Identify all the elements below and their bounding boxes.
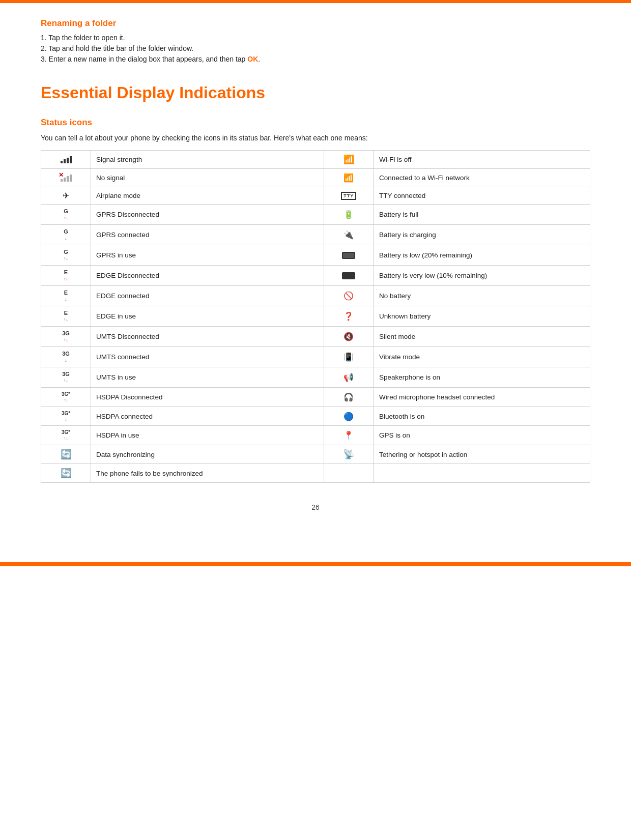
tty-icon: TTY [341,192,356,200]
label-hsdpa-connected: HSDPA connected [91,407,324,426]
label-vibrate: Vibrate mode [374,346,590,367]
table-row: 3G↑↓ UMTS in use 📢 Speakerphone is on [41,367,590,387]
table-row: 🔄 The phone fails to be synchronized [41,464,590,483]
label-no-battery: No battery [374,285,590,306]
umts-disconnected-icon: 3G↑↓ [46,330,85,343]
label-hsdpa-inuse: HSDPA in use [91,426,324,445]
renaming-title: Renaming a folder [41,18,590,28]
icon-cell-silent: 🔇 [324,326,374,346]
label-umts-disconnected: UMTS Disconnected [91,326,324,346]
table-row: 3G*↓ HSDPA connected 🔵 Bluetooth is on [41,407,590,426]
label-umts-inuse: UMTS in use [91,367,324,387]
renaming-step-3: 3. Enter a new name in the dialog box th… [41,55,590,63]
icon-cell-umts-connected: 3G↓ [41,346,91,367]
label-edge-inuse: EDGE in use [91,306,324,326]
icon-cell-edge-connected: E↓ [41,285,91,306]
gprs-connected-icon: G↓ [46,228,85,241]
label-sync-fail: The phone fails to be synchronized [91,464,324,483]
icon-cell-battery-full: 🔋 [324,205,374,225]
page-number: 26 [311,503,320,511]
umts-inuse-icon: 3G↑↓ [46,371,85,384]
label-unknown-battery: Unknown battery [374,306,590,326]
table-row: E↓ EDGE connected 🚫 No battery [41,285,590,306]
icon-cell-signal-strength [41,151,91,169]
gprs-inuse-icon: G↑↓ [46,249,85,262]
label-signal-strength: Signal strength [91,151,324,169]
hsdpa-inuse-icon: 3G*↑↓ [46,429,85,441]
speakerphone-icon: 📢 [343,373,354,382]
label-gps: GPS is on [374,426,590,445]
icon-cell-hsdpa-inuse: 3G*↑↓ [41,426,91,445]
icon-cell-bluetooth: 🔵 [324,407,374,426]
label-battery-full: Battery is full [374,205,590,225]
hsdpa-connected-icon: 3G*↓ [46,411,85,422]
icon-cell-umts-disconnected: 3G↑↓ [41,326,91,346]
table-row: ✈ Airplane mode TTY TTY connected [41,187,590,205]
wifi-connected-icon: 📶 [343,173,354,182]
label-gprs-disconnected: GPRS Disconnected [91,205,324,225]
icon-cell-gprs-inuse: G↑↓ [41,245,91,265]
table-row: ✕ No signal 📶 Connected to a Wi-Fi netwo… [41,169,590,187]
table-row: G↑↓ GPRS in use Battery is low (20% rema… [41,245,590,265]
icon-cell-wifi-off: 📶 [324,151,374,169]
table-row: 3G↑↓ UMTS Disconnected 🔇 Silent mode [41,326,590,346]
label-edge-connected: EDGE connected [91,285,324,306]
label-headset: Wired microphone headset connected [374,387,590,407]
edge-inuse-icon: E↑↓ [46,310,85,323]
status-icons-title: Status icons [41,118,590,128]
signal-strength-icon [61,154,72,163]
edge-disconnected-icon: E↑↓ [46,269,85,282]
battery-low-icon [342,252,355,259]
icon-cell-unknown-battery: ❓ [324,306,374,326]
page-number-section: 26 [41,503,590,511]
icon-cell-data-sync: 🔄 [41,445,91,464]
unknown-battery-icon: ❓ [343,312,354,321]
no-signal-icon: ✕ [61,172,72,183]
icon-cell-battery-low [324,245,374,265]
renaming-section: Renaming a folder 1. Tap the folder to o… [41,18,590,63]
label-empty [374,464,590,483]
icon-cell-tty: TTY [324,187,374,205]
table-row: G↓ GPRS connected 🔌 Battery is charging [41,224,590,245]
icon-cell-no-battery: 🚫 [324,285,374,306]
battery-full-icon: 🔋 [343,210,354,219]
label-data-sync: Data synchronizing [91,445,324,464]
battery-charging-icon: 🔌 [343,230,354,239]
label-speakerphone: Speakerphone is on [374,367,590,387]
icon-cell-headset: 🎧 [324,387,374,407]
section-title: Essential Display Indications [41,83,590,105]
airplane-mode-icon: ✈ [63,191,69,200]
bluetooth-icon: 🔵 [343,412,354,421]
icon-cell-sync-fail: 🔄 [41,464,91,483]
table-row: 3G*↑↓ HSDPA in use 📍 GPS is on [41,426,590,445]
label-gprs-inuse: GPRS in use [91,245,324,265]
hsdpa-disconnected-icon: 3G*↑↓ [46,391,85,403]
icon-cell-gprs-disconnected: G↑↓ [41,205,91,225]
renaming-list: 1. Tap the folder to open it. 2. Tap and… [41,34,590,63]
icon-cell-gprs-connected: G↓ [41,224,91,245]
icon-cell-speakerphone: 📢 [324,367,374,387]
label-silent: Silent mode [374,326,590,346]
gprs-disconnected-icon: G↑↓ [46,208,85,221]
icon-cell-tethering: 📡 [324,445,374,464]
icon-cell-wifi-on: 📶 [324,169,374,187]
label-no-signal: No signal [91,169,324,187]
icon-cell-no-signal: ✕ [41,169,91,187]
table-row: Signal strength 📶 Wi-Fi is off [41,151,590,169]
status-icons-section: Status icons You can tell a lot about yo… [41,118,590,483]
table-row: E↑↓ EDGE Disconnected Battery is very lo… [41,265,590,285]
icon-cell-edge-disconnected: E↑↓ [41,265,91,285]
icon-cell-battery-very-low [324,265,374,285]
data-sync-icon: 🔄 [61,449,72,459]
table-row: E↑↓ EDGE in use ❓ Unknown battery [41,306,590,326]
icon-cell-empty [324,464,374,483]
label-hsdpa-disconnected: HSDPA Disconnected [91,387,324,407]
label-tethering: Tethering or hotspot in action [374,445,590,464]
edge-connected-icon: E↓ [46,289,85,302]
label-tty: TTY connected [374,187,590,205]
label-wifi-connected: Connected to a Wi-Fi network [374,169,590,187]
status-icons-desc: You can tell a lot about your phone by c… [41,134,590,142]
icon-cell-vibrate: 📳 [324,346,374,367]
wifi-off-icon: 📶 [343,155,354,164]
table-row: 3G*↑↓ HSDPA Disconnected 🎧 Wired microph… [41,387,590,407]
